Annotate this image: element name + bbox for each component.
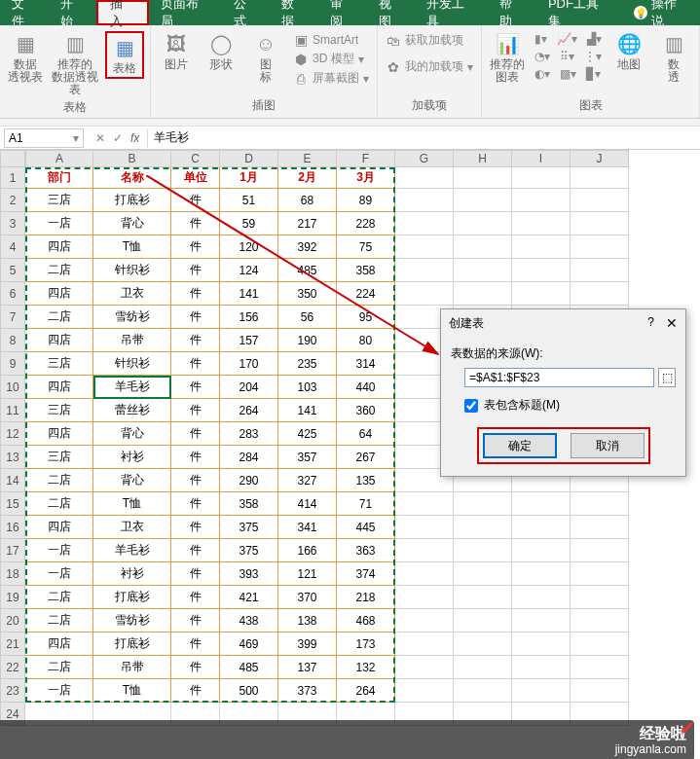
- cell[interactable]: 卫衣: [93, 282, 171, 306]
- cell[interactable]: [512, 189, 571, 212]
- chart-stat-button[interactable]: ⠿▾: [558, 49, 576, 64]
- name-box[interactable]: A1 ▾: [4, 128, 84, 148]
- cell[interactable]: 件: [171, 189, 220, 212]
- cell[interactable]: 件: [171, 516, 220, 539]
- cell[interactable]: 针织衫: [93, 259, 171, 282]
- cell[interactable]: 121: [278, 562, 337, 586]
- pivot-table-button[interactable]: ▦ 数据透视表: [6, 31, 45, 84]
- model3d-button[interactable]: ⬢3D 模型 ▾: [291, 50, 371, 68]
- table-button[interactable]: ▦ 表格: [105, 31, 144, 79]
- row-header[interactable]: 4: [0, 235, 25, 259]
- cell[interactable]: [571, 609, 629, 632]
- cell[interactable]: 264: [220, 399, 278, 422]
- row-header[interactable]: 5: [0, 259, 25, 282]
- cell[interactable]: 485: [220, 656, 278, 679]
- cell[interactable]: [454, 259, 512, 282]
- cell[interactable]: [571, 189, 629, 212]
- cell[interactable]: 件: [171, 679, 220, 703]
- cell[interactable]: 267: [337, 446, 395, 469]
- tab-review[interactable]: 审阅: [318, 0, 367, 25]
- row-header[interactable]: 15: [0, 492, 25, 516]
- cell[interactable]: 51: [220, 189, 278, 212]
- cell[interactable]: 件: [171, 446, 220, 469]
- cell[interactable]: 件: [171, 235, 220, 259]
- cell[interactable]: 157: [220, 329, 278, 352]
- cell[interactable]: 500: [220, 679, 278, 703]
- chart-scatter-button[interactable]: ⋮▾: [582, 49, 604, 64]
- cell[interactable]: 71: [337, 492, 395, 516]
- cell[interactable]: 103: [278, 376, 337, 399]
- cell[interactable]: 228: [337, 212, 395, 235]
- range-picker-button[interactable]: ⬚: [658, 368, 676, 387]
- cell[interactable]: [512, 516, 571, 539]
- row-header[interactable]: 14: [0, 469, 25, 492]
- chart-line-button[interactable]: 📈▾: [555, 31, 579, 47]
- cell[interactable]: [395, 656, 454, 679]
- row-header[interactable]: 2: [0, 189, 25, 212]
- cell[interactable]: 468: [337, 609, 395, 632]
- tab-insert[interactable]: 插入: [96, 0, 149, 25]
- cell[interactable]: 件: [171, 632, 220, 656]
- cell[interactable]: 141: [220, 282, 278, 306]
- cell[interactable]: 68: [278, 189, 337, 212]
- cell[interactable]: 衬衫: [93, 562, 171, 586]
- row-header[interactable]: 21: [0, 632, 25, 656]
- range-input[interactable]: [464, 368, 654, 387]
- cancel-button[interactable]: 取消: [571, 433, 645, 458]
- cell[interactable]: 二店: [25, 656, 93, 679]
- cell[interactable]: 137: [278, 656, 337, 679]
- cell[interactable]: 421: [220, 586, 278, 609]
- my-addins-button[interactable]: ✿我的加载项 ▾: [384, 57, 475, 76]
- cell[interactable]: [512, 609, 571, 632]
- cell[interactable]: 59: [220, 212, 278, 235]
- cell[interactable]: 341: [278, 516, 337, 539]
- cell[interactable]: [395, 679, 454, 703]
- cell[interactable]: 283: [220, 422, 278, 446]
- cell[interactable]: [454, 586, 512, 609]
- cell[interactable]: 173: [337, 632, 395, 656]
- accept-icon[interactable]: ✓: [113, 131, 123, 145]
- cell[interactable]: [454, 516, 512, 539]
- cell[interactable]: 卫衣: [93, 516, 171, 539]
- chart-bar-button[interactable]: ▮▾: [533, 31, 549, 47]
- col-header-E[interactable]: E: [278, 150, 337, 167]
- cell[interactable]: [512, 632, 571, 656]
- cell[interactable]: [571, 562, 629, 586]
- fx-icon[interactable]: fx: [130, 131, 139, 145]
- row-header[interactable]: 6: [0, 282, 25, 306]
- cell[interactable]: 二店: [25, 609, 93, 632]
- recommend-pivot-button[interactable]: ▥ 推荐的数据透视表: [51, 31, 99, 97]
- cell[interactable]: 370: [278, 586, 337, 609]
- col-header-B[interactable]: B: [93, 150, 171, 167]
- cell[interactable]: 一店: [25, 539, 93, 562]
- cell[interactable]: 羊毛衫: [93, 376, 171, 399]
- cell[interactable]: T恤: [93, 235, 171, 259]
- cell[interactable]: [571, 212, 629, 235]
- cell[interactable]: 358: [220, 492, 278, 516]
- cell[interactable]: 单位: [171, 167, 220, 189]
- cell[interactable]: 80: [337, 329, 395, 352]
- cell[interactable]: [512, 282, 571, 306]
- cell[interactable]: [454, 656, 512, 679]
- has-headers-checkbox[interactable]: 表包含标题(M): [464, 397, 676, 414]
- cell[interactable]: 314: [337, 352, 395, 376]
- cell[interactable]: [454, 492, 512, 516]
- cell[interactable]: 吊带: [93, 656, 171, 679]
- shapes-button[interactable]: ◯ 形状: [202, 31, 240, 71]
- pivotchart-button[interactable]: ▥ 数透: [654, 31, 693, 84]
- cell[interactable]: 327: [278, 469, 337, 492]
- cell[interactable]: [571, 235, 629, 259]
- cell[interactable]: 四店: [25, 376, 93, 399]
- cell[interactable]: [395, 282, 454, 306]
- ok-button[interactable]: 确定: [483, 433, 557, 458]
- row-header[interactable]: 1: [0, 167, 25, 189]
- cell[interactable]: 四店: [25, 516, 93, 539]
- cell[interactable]: 打底衫: [93, 189, 171, 212]
- cell[interactable]: 名称: [93, 167, 171, 189]
- cell[interactable]: 414: [278, 492, 337, 516]
- cell[interactable]: [454, 167, 512, 189]
- tab-pdf[interactable]: PDF工具集: [536, 0, 622, 25]
- cell[interactable]: 雪纺衫: [93, 609, 171, 632]
- col-header-J[interactable]: J: [571, 150, 629, 167]
- cell[interactable]: 三店: [25, 352, 93, 376]
